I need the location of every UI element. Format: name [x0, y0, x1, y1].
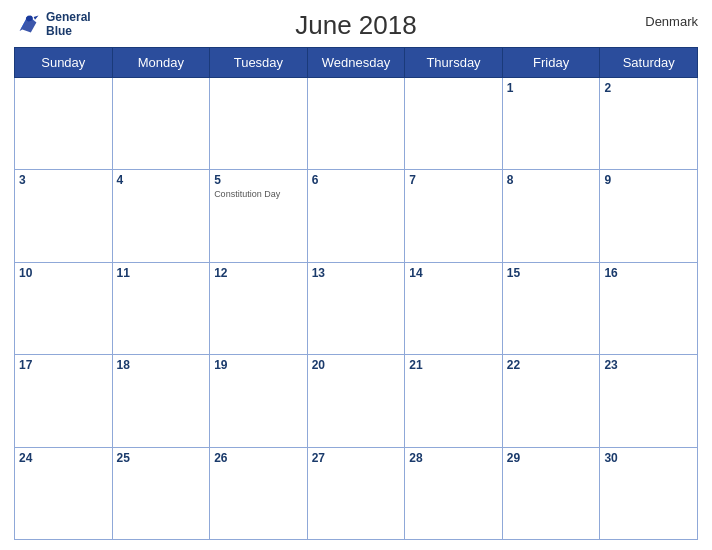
table-row: 16 — [600, 262, 698, 354]
day-number: 5 — [214, 173, 303, 187]
table-row: 20 — [307, 355, 405, 447]
day-number: 25 — [117, 451, 206, 465]
day-number: 29 — [507, 451, 596, 465]
days-of-week-row: Sunday Monday Tuesday Wednesday Thursday… — [15, 48, 698, 78]
calendar-week-row: 17181920212223 — [15, 355, 698, 447]
col-saturday: Saturday — [600, 48, 698, 78]
table-row: 1 — [502, 78, 600, 170]
calendar-week-row: 12 — [15, 78, 698, 170]
table-row: 12 — [210, 262, 308, 354]
table-row: 23 — [600, 355, 698, 447]
day-number: 11 — [117, 266, 206, 280]
table-row: 18 — [112, 355, 210, 447]
day-number: 20 — [312, 358, 401, 372]
col-tuesday: Tuesday — [210, 48, 308, 78]
col-friday: Friday — [502, 48, 600, 78]
table-row: 25 — [112, 447, 210, 539]
col-thursday: Thursday — [405, 48, 503, 78]
country-label: Denmark — [645, 14, 698, 29]
day-number: 18 — [117, 358, 206, 372]
day-number: 24 — [19, 451, 108, 465]
col-monday: Monday — [112, 48, 210, 78]
table-row — [112, 78, 210, 170]
day-number: 23 — [604, 358, 693, 372]
day-number: 12 — [214, 266, 303, 280]
table-row: 9 — [600, 170, 698, 262]
table-row: 3 — [15, 170, 113, 262]
table-row: 4 — [112, 170, 210, 262]
day-number: 22 — [507, 358, 596, 372]
table-row: 30 — [600, 447, 698, 539]
day-number: 14 — [409, 266, 498, 280]
day-number: 4 — [117, 173, 206, 187]
day-number: 8 — [507, 173, 596, 187]
day-number: 28 — [409, 451, 498, 465]
table-row: 21 — [405, 355, 503, 447]
table-row: 15 — [502, 262, 600, 354]
table-row: 26 — [210, 447, 308, 539]
calendar-body: 12345Constitution Day6789101112131415161… — [15, 78, 698, 540]
day-number: 17 — [19, 358, 108, 372]
logo: General Blue — [14, 10, 91, 39]
table-row: 28 — [405, 447, 503, 539]
table-row: 10 — [15, 262, 113, 354]
table-row: 14 — [405, 262, 503, 354]
day-number: 13 — [312, 266, 401, 280]
day-number: 15 — [507, 266, 596, 280]
table-row: 8 — [502, 170, 600, 262]
table-row: 17 — [15, 355, 113, 447]
calendar-table: Sunday Monday Tuesday Wednesday Thursday… — [14, 47, 698, 540]
day-number: 19 — [214, 358, 303, 372]
table-row: 22 — [502, 355, 600, 447]
day-number: 9 — [604, 173, 693, 187]
table-row: 2 — [600, 78, 698, 170]
logo-text-blue: Blue — [46, 24, 91, 38]
table-row: 19 — [210, 355, 308, 447]
day-number: 16 — [604, 266, 693, 280]
day-number: 21 — [409, 358, 498, 372]
logo-icon — [14, 10, 42, 38]
calendar-wrapper: General Blue June 2018 Denmark Sunday Mo… — [0, 0, 712, 550]
logo-text-general: General — [46, 10, 91, 24]
table-row: 27 — [307, 447, 405, 539]
day-number: 6 — [312, 173, 401, 187]
table-row: 13 — [307, 262, 405, 354]
table-row: 24 — [15, 447, 113, 539]
calendar-week-row: 24252627282930 — [15, 447, 698, 539]
day-number: 10 — [19, 266, 108, 280]
holiday-label: Constitution Day — [214, 189, 303, 200]
day-number: 27 — [312, 451, 401, 465]
table-row: 29 — [502, 447, 600, 539]
day-number: 7 — [409, 173, 498, 187]
table-row — [15, 78, 113, 170]
table-row: 7 — [405, 170, 503, 262]
table-row — [210, 78, 308, 170]
table-row: 11 — [112, 262, 210, 354]
table-row: 6 — [307, 170, 405, 262]
calendar-title: June 2018 — [295, 10, 416, 41]
table-row: 5Constitution Day — [210, 170, 308, 262]
col-sunday: Sunday — [15, 48, 113, 78]
calendar-week-row: 10111213141516 — [15, 262, 698, 354]
day-number: 30 — [604, 451, 693, 465]
day-number: 3 — [19, 173, 108, 187]
day-number: 2 — [604, 81, 693, 95]
table-row — [307, 78, 405, 170]
day-number: 26 — [214, 451, 303, 465]
calendar-thead: Sunday Monday Tuesday Wednesday Thursday… — [15, 48, 698, 78]
table-row — [405, 78, 503, 170]
calendar-header: General Blue June 2018 Denmark — [14, 10, 698, 41]
day-number: 1 — [507, 81, 596, 95]
col-wednesday: Wednesday — [307, 48, 405, 78]
calendar-week-row: 345Constitution Day6789 — [15, 170, 698, 262]
